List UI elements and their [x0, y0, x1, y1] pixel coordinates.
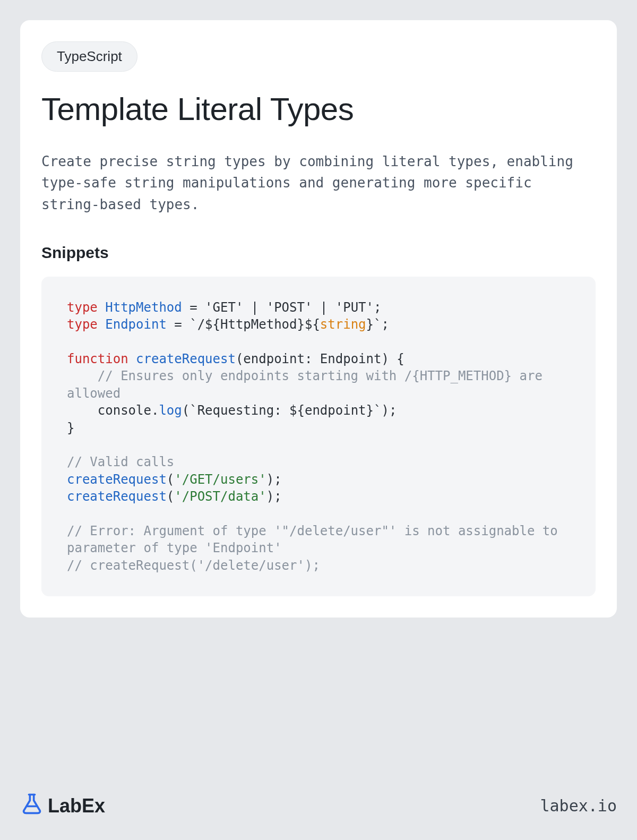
site-url: labex.io — [540, 796, 617, 815]
page-description: Create precise string types by combining… — [41, 151, 596, 215]
code-token: // Ensures only endpoints starting with … — [67, 368, 550, 400]
code-snippet: type HttpMethod = 'GET' | 'POST' | 'PUT'… — [41, 277, 596, 596]
code-token: ); — [381, 403, 397, 418]
language-badge: TypeScript — [41, 41, 137, 72]
code-token: ( — [182, 403, 190, 418]
brand-name: LabEx — [48, 795, 105, 817]
code-token: Endpoint — [105, 317, 167, 332]
code-token: log — [159, 403, 182, 418]
code-token: `Requesting: ${endpoint}` — [190, 403, 381, 418]
code-token: type — [67, 300, 98, 315]
code-token: . — [151, 403, 159, 418]
code-token: // Error: Argument of type '"/delete/use… — [67, 524, 565, 555]
code-token: ; — [381, 317, 389, 332]
code-token: ); — [266, 489, 282, 504]
page-title: Template Literal Types — [41, 91, 596, 127]
code-token: ( — [167, 472, 174, 487]
code-token: }` — [366, 317, 382, 332]
content-card: TypeScript Template Literal Types Create… — [20, 20, 617, 618]
code-token: ); — [266, 472, 282, 487]
snippets-heading: Snippets — [41, 244, 596, 262]
code-token: '/POST/data' — [174, 489, 266, 504]
code-token — [67, 403, 98, 418]
footer: LabEx labex.io — [20, 792, 617, 820]
code-token: createRequest — [136, 352, 236, 366]
brand-logo: LabEx — [20, 792, 105, 820]
code-token: function — [67, 352, 128, 366]
code-token: } — [67, 421, 74, 435]
code-token: (endpoint: Endpoint) { — [236, 352, 404, 366]
code-token: // createRequest('/delete/user'); — [67, 558, 320, 573]
code-token: '/GET/users' — [174, 472, 266, 487]
code-token: type — [67, 317, 98, 332]
code-token: string — [320, 317, 366, 332]
code-token: createRequest — [67, 489, 167, 504]
code-token: = 'GET' | 'POST' | 'PUT'; — [182, 300, 382, 315]
code-token: = — [167, 317, 190, 332]
code-token: // Valid calls — [67, 455, 174, 469]
code-token: ( — [167, 489, 174, 504]
code-token: console — [98, 403, 151, 418]
flask-icon — [20, 792, 44, 820]
code-token: createRequest — [67, 472, 167, 487]
code-token: `/${HttpMethod}${ — [190, 317, 320, 332]
code-token: HttpMethod — [105, 300, 182, 315]
